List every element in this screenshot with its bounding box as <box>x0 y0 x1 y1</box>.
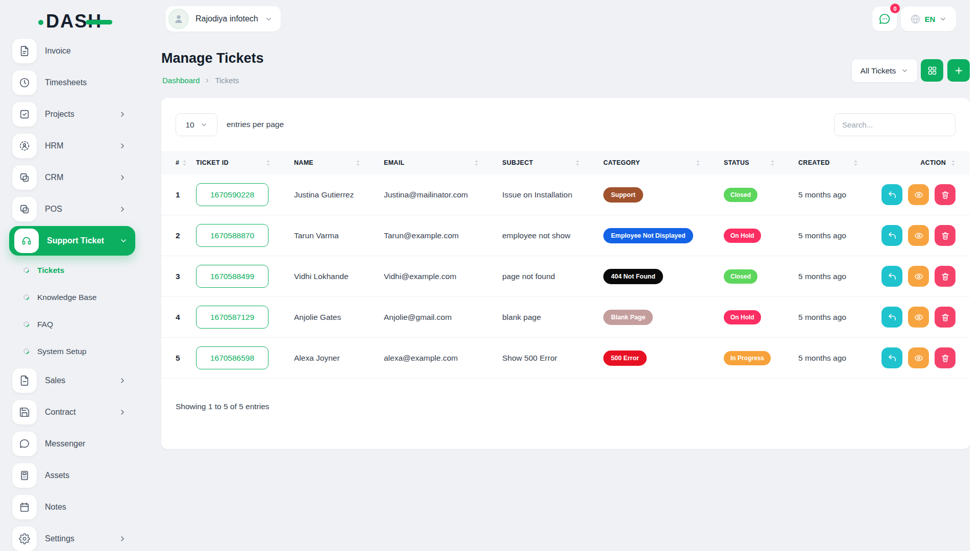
column-header-created[interactable]: CREATED <box>798 159 881 167</box>
sidebar-subitem-label: Tickets <box>37 266 64 275</box>
ticket-created: 5 months ago <box>798 272 881 281</box>
column-header-category[interactable]: CATEGORY <box>603 159 724 167</box>
sidebar-item-sales[interactable]: Sales <box>0 365 136 396</box>
table-row: 3 1670588499 Vidhi Lokhande Vidhi@exampl… <box>161 256 970 297</box>
ticket-id-button[interactable]: 1670586598 <box>196 346 268 369</box>
sidebar-item-label: Assets <box>45 471 69 480</box>
page-size-select[interactable]: 10 <box>176 113 217 136</box>
column-header-action[interactable]: ACTION <box>881 159 955 167</box>
row-actions <box>881 347 955 368</box>
reply-button[interactable] <box>881 266 902 287</box>
sidebar-item-label: Notes <box>45 503 66 512</box>
column-header-row-number[interactable]: # <box>176 159 196 167</box>
delete-button[interactable] <box>935 225 955 246</box>
eye-icon <box>914 354 923 363</box>
sales-icon <box>12 368 37 393</box>
sidebar-item-notes[interactable]: Notes <box>0 491 136 523</box>
sidebar-item-label: Sales <box>45 376 65 385</box>
row-actions <box>881 184 955 205</box>
reply-button[interactable] <box>881 184 902 205</box>
company-name: Rajodiya infotech <box>195 14 258 23</box>
sort-icon <box>853 159 858 167</box>
delete-button[interactable] <box>935 184 955 205</box>
ticket-email: Vidhi@example.com <box>384 272 502 281</box>
delete-button[interactable] <box>935 266 955 287</box>
chevron-right-icon <box>118 535 127 543</box>
language-selector[interactable]: EN <box>901 7 956 31</box>
chevron-down-icon <box>200 121 208 129</box>
sidebar-item-label: Timesheets <box>45 78 87 87</box>
view-button[interactable] <box>908 266 929 287</box>
page-size-value: 10 <box>185 120 194 130</box>
sidebar-item-support-ticket[interactable]: Support Ticket <box>9 226 135 256</box>
column-label: CATEGORY <box>603 159 640 166</box>
breadcrumb-dashboard-link[interactable]: Dashboard <box>162 76 200 85</box>
sidebar-item-crm[interactable]: CRM <box>0 162 136 193</box>
circle-icon <box>22 266 31 274</box>
company-selector[interactable]: Rajodiya infotech <box>166 6 281 32</box>
sort-icon <box>770 159 775 167</box>
messenger-icon <box>12 432 37 456</box>
sidebar-item-assets[interactable]: Assets <box>0 460 136 491</box>
ticket-id-button[interactable]: 1670588870 <box>196 224 268 247</box>
delete-button[interactable] <box>935 347 955 368</box>
column-header-name[interactable]: NAME <box>294 159 384 167</box>
sidebar-item-hrm[interactable]: HRM <box>0 130 136 162</box>
sort-icon <box>182 159 187 167</box>
chevron-down-icon <box>265 15 273 23</box>
column-header-subject[interactable]: SUBJECT <box>502 159 603 167</box>
column-header-status[interactable]: STATUS <box>724 159 798 167</box>
reply-button[interactable] <box>881 225 902 246</box>
reply-button[interactable] <box>881 307 902 328</box>
delete-button[interactable] <box>935 307 955 328</box>
sidebar-item-invoice[interactable]: Invoice <box>0 35 136 67</box>
ticket-id-button[interactable]: 1670587129 <box>196 306 268 329</box>
column-header-email[interactable]: EMAIL <box>384 159 502 167</box>
corner-up-left-icon <box>888 272 897 281</box>
sidebar-item-timesheets[interactable]: Timesheets <box>0 67 136 98</box>
column-label: # <box>176 159 179 166</box>
ticket-email: Justina@mailinator.com <box>384 190 502 199</box>
ticket-id-button[interactable]: 1670590228 <box>196 183 268 206</box>
sidebar-item-projects[interactable]: Projects <box>0 98 136 130</box>
eye-icon <box>914 190 923 199</box>
sidebar-subitem-system-setup[interactable]: System Setup <box>0 338 136 365</box>
search-input[interactable] <box>834 113 955 136</box>
view-button[interactable] <box>908 347 929 368</box>
ticket-subject: blank page <box>502 313 603 322</box>
sidebar-subitem-knowledge-base[interactable]: Knowledge Base <box>0 284 136 311</box>
ticket-name: Alexa Joyner <box>294 354 384 363</box>
sidebar-subitem-label: FAQ <box>37 320 53 329</box>
ticket-created: 5 months ago <box>798 231 881 240</box>
sidebar-item-contract[interactable]: Contract <box>0 396 136 428</box>
sort-icon <box>951 159 955 167</box>
grid-view-button[interactable] <box>921 59 943 82</box>
scrollbar[interactable] <box>970 0 980 551</box>
sidebar-item-pos[interactable]: POS <box>0 193 136 225</box>
view-button[interactable] <box>908 307 929 328</box>
sidebar-item-messenger[interactable]: Messenger <box>0 428 136 460</box>
logo-dot-icon <box>38 20 43 25</box>
add-ticket-button[interactable] <box>947 59 970 82</box>
ticket-created: 5 months ago <box>798 313 881 322</box>
category-badge: Support <box>603 187 643 203</box>
table-body: 1 1670590228 Justina Gutierrez Justina@m… <box>161 174 970 379</box>
row-actions <box>881 307 955 328</box>
reply-button[interactable] <box>881 347 902 368</box>
column-label: NAME <box>294 159 313 166</box>
sidebar-item-settings[interactable]: Settings <box>0 523 136 551</box>
column-header-ticket-id[interactable]: TICKET ID <box>196 159 294 167</box>
sidebar-item-label: Contract <box>45 408 76 417</box>
table-header: # TICKET ID NAME EMAIL SUBJECT CATEGORY … <box>161 151 970 174</box>
chevron-right-icon <box>118 142 127 150</box>
sidebar-subitem-faq[interactable]: FAQ <box>0 311 136 338</box>
view-button[interactable] <box>908 225 929 246</box>
sidebar-subitem-tickets[interactable]: Tickets <box>0 257 136 284</box>
dash-logo[interactable]: DASH <box>38 12 112 31</box>
ticket-filter-select[interactable]: All Tickets <box>851 59 918 83</box>
eye-icon <box>914 231 923 240</box>
ticket-id-button[interactable]: 1670588499 <box>196 265 268 288</box>
messages-button[interactable]: 0 <box>872 7 897 31</box>
view-button[interactable] <box>908 184 929 205</box>
contract-icon <box>12 400 37 424</box>
